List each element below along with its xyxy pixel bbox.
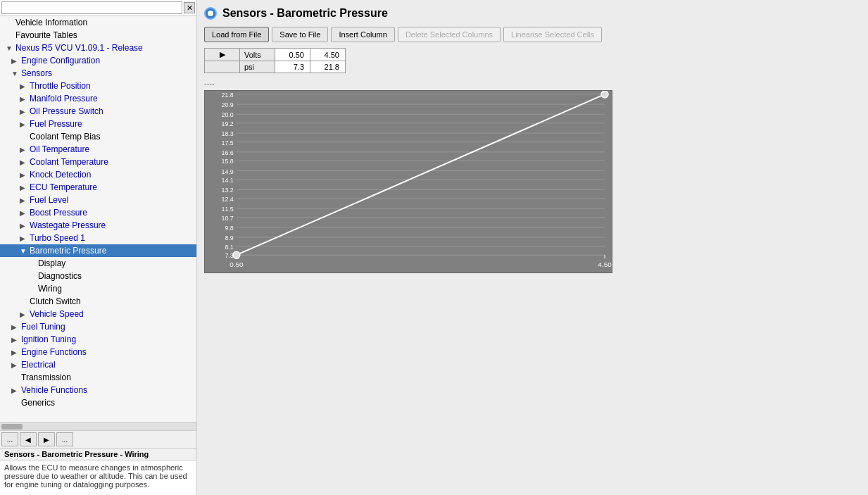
- svg-point-42: [233, 251, 240, 258]
- delete-selected-button[interactable]: Delete Selected Columns: [398, 27, 501, 42]
- tree-label-electrical: Electrical: [21, 360, 194, 370]
- tree-item-manifold-pressure[interactable]: ▶Manifold Pressure: [0, 92, 196, 105]
- tree-label-clutch-switch: Clutch Switch: [30, 296, 194, 306]
- tree-label-boost-pressure: Boost Pressure: [30, 208, 194, 218]
- tree-label-generics: Generics: [21, 398, 194, 408]
- tree-item-engine-functions[interactable]: ▶Engine Functions: [0, 346, 196, 358]
- tree-label-engine-functions: Engine Functions: [21, 347, 194, 357]
- svg-text:17.5: 17.5: [221, 139, 233, 146]
- tree-item-oil-temperature[interactable]: ▶Oil Temperature: [0, 143, 196, 156]
- tree-item-turbo-speed-1[interactable]: ▶Turbo Speed 1: [0, 232, 196, 244]
- tree-label-knock-detection: Knock Detection: [30, 170, 194, 180]
- tree-item-ignition-tuning[interactable]: ▶Ignition Tuning: [0, 333, 196, 346]
- svg-text:18.3: 18.3: [221, 130, 233, 137]
- tree-label-oil-pressure-switch: Oil Pressure Switch: [30, 106, 194, 116]
- tree-item-fuel-level[interactable]: ▶Fuel Level: [0, 194, 196, 206]
- tree-label-ecu-temperature: ECU Temperature: [30, 182, 194, 192]
- tree-item-wiring[interactable]: Wiring: [0, 282, 196, 295]
- status-bar: Sensors - Barometric Pressure - Wiring: [0, 448, 196, 460]
- bottom-nav: ... ◀ ▶ ...: [0, 430, 196, 448]
- tree-arrow-wastegate-pressure: ▶: [20, 222, 30, 230]
- tree-arrow-turbo-speed-1: ▶: [20, 234, 30, 242]
- tree-item-fuel-tuning[interactable]: ▶Fuel Tuning: [0, 320, 196, 333]
- table-row-header-Volts: Volts: [240, 49, 275, 61]
- save-to-file-button[interactable]: Save to File: [272, 27, 328, 42]
- linearise-button[interactable]: Linearise Selected Cells: [503, 27, 602, 42]
- tree-item-sensors[interactable]: ▼Sensors: [0, 67, 196, 80]
- nav-back-button[interactable]: ◀: [20, 432, 37, 446]
- tree-arrow-coolant-temperature: ▶: [20, 158, 30, 166]
- tree-item-vehicle-info[interactable]: Vehicle Information: [0, 16, 196, 29]
- tree-arrow-fuel-pressure: ▶: [20, 120, 30, 128]
- tree-item-fav-tables[interactable]: Favourite Tables: [0, 29, 196, 42]
- tree-item-coolant-temperature[interactable]: ▶Coolant Temperature: [0, 156, 196, 168]
- svg-text:16.6: 16.6: [221, 149, 233, 156]
- tree-item-electrical[interactable]: ▶Electrical: [0, 358, 196, 371]
- tree-label-vehicle-speed: Vehicle Speed: [30, 309, 194, 319]
- table-arrow-cell: ▶: [205, 49, 240, 61]
- tree-item-transmission[interactable]: Transmission: [0, 371, 196, 384]
- tree-item-wastegate-pressure[interactable]: ▶Wastegate Pressure: [0, 219, 196, 232]
- tree-item-coolant-temp-bias[interactable]: Coolant Temp Bias: [0, 130, 196, 143]
- svg-text:7.3: 7.3: [225, 252, 233, 259]
- tree-item-display[interactable]: Display: [0, 257, 196, 270]
- tree-label-diagnostics: Diagnostics: [38, 271, 194, 281]
- tree-item-nexus-root[interactable]: ▼Nexus R5 VCU V1.09.1 - Release: [0, 42, 196, 54]
- separator: ----: [204, 79, 861, 87]
- tree-arrow-sensors: ▼: [11, 70, 21, 77]
- tree-item-engine-config[interactable]: ▶Engine Configuration: [0, 54, 196, 67]
- tree-item-oil-pressure-switch[interactable]: ▶Oil Pressure Switch: [0, 105, 196, 118]
- tree-item-barometric-pressure[interactable]: ▼Barometric Pressure: [0, 244, 196, 257]
- search-close-button[interactable]: ✕: [184, 2, 195, 13]
- svg-point-43: [601, 91, 608, 98]
- tree-arrow-boost-pressure: ▶: [20, 209, 30, 217]
- svg-text:13.2: 13.2: [221, 187, 233, 194]
- horizontal-scrollbar[interactable]: [0, 422, 196, 430]
- tree-item-clutch-switch[interactable]: Clutch Switch: [0, 295, 196, 308]
- tree-label-vehicle-functions: Vehicle Functions: [21, 385, 194, 395]
- tree-item-fuel-pressure[interactable]: ▶Fuel Pressure: [0, 118, 196, 130]
- nav-ellipsis-left[interactable]: ...: [1, 432, 18, 446]
- table-cell-r0-c1[interactable]: 4.50: [310, 49, 346, 61]
- nav-forward-button[interactable]: ▶: [38, 432, 55, 446]
- tree-label-nexus-root: Nexus R5 VCU V1.09.1 - Release: [15, 43, 194, 53]
- panel-title: Sensors - Barometric Pressure: [222, 7, 388, 20]
- tree-arrow-oil-pressure-switch: ▶: [20, 108, 30, 115]
- table-cell-r0-c0[interactable]: 0.50: [275, 49, 310, 61]
- tree-arrow-ignition-tuning: ▶: [11, 336, 21, 344]
- tree-item-knock-detection[interactable]: ▶Knock Detection: [0, 168, 196, 181]
- insert-column-button[interactable]: Insert Column: [331, 27, 394, 42]
- svg-text:8.1: 8.1: [225, 244, 233, 251]
- svg-text:12.4: 12.4: [221, 196, 233, 203]
- tree-label-throttle-pos: Throttle Position: [30, 81, 194, 91]
- tree-item-vehicle-functions[interactable]: ▶Vehicle Functions: [0, 384, 196, 396]
- tree-arrow-manifold-pressure: ▶: [20, 95, 30, 103]
- svg-text:14.9: 14.9: [221, 168, 233, 175]
- tree-label-wiring: Wiring: [38, 284, 194, 294]
- tree-label-ignition-tuning: Ignition Tuning: [21, 334, 194, 344]
- tree-item-boost-pressure[interactable]: ▶Boost Pressure: [0, 206, 196, 219]
- tree-label-wastegate-pressure: Wastegate Pressure: [30, 220, 194, 230]
- right-panel: Sensors - Barometric Pressure Load from …: [197, 0, 868, 495]
- scrollbar-thumb: [1, 424, 23, 430]
- search-input[interactable]: [1, 1, 182, 14]
- table-cell-r1-c1[interactable]: 21.8: [310, 61, 346, 73]
- tree-label-fuel-pressure: Fuel Pressure: [30, 119, 194, 129]
- svg-text:19.2: 19.2: [221, 120, 233, 127]
- tree-item-vehicle-speed[interactable]: ▶Vehicle Speed: [0, 308, 196, 320]
- svg-text:9.8: 9.8: [225, 225, 233, 232]
- tree-item-generics[interactable]: Generics: [0, 396, 196, 409]
- tree-item-diagnostics[interactable]: Diagnostics: [0, 270, 196, 282]
- tree-label-coolant-temperature: Coolant Temperature: [30, 157, 194, 167]
- table-cell-r1-c0[interactable]: 7.3: [275, 61, 310, 73]
- load-from-file-button[interactable]: Load from File: [204, 27, 269, 42]
- tree-item-ecu-temperature[interactable]: ▶ECU Temperature: [0, 181, 196, 194]
- tree-label-display: Display: [38, 258, 194, 268]
- nav-ellipsis-right[interactable]: ...: [56, 432, 73, 446]
- svg-text:21.8: 21.8: [221, 92, 233, 99]
- tree-item-throttle-pos[interactable]: ▶Throttle Position: [0, 80, 196, 92]
- svg-text:14.1: 14.1: [221, 177, 233, 184]
- table-empty-arrow: [205, 61, 240, 73]
- tree-label-oil-temperature: Oil Temperature: [30, 144, 194, 154]
- search-bar: ✕: [0, 0, 196, 16]
